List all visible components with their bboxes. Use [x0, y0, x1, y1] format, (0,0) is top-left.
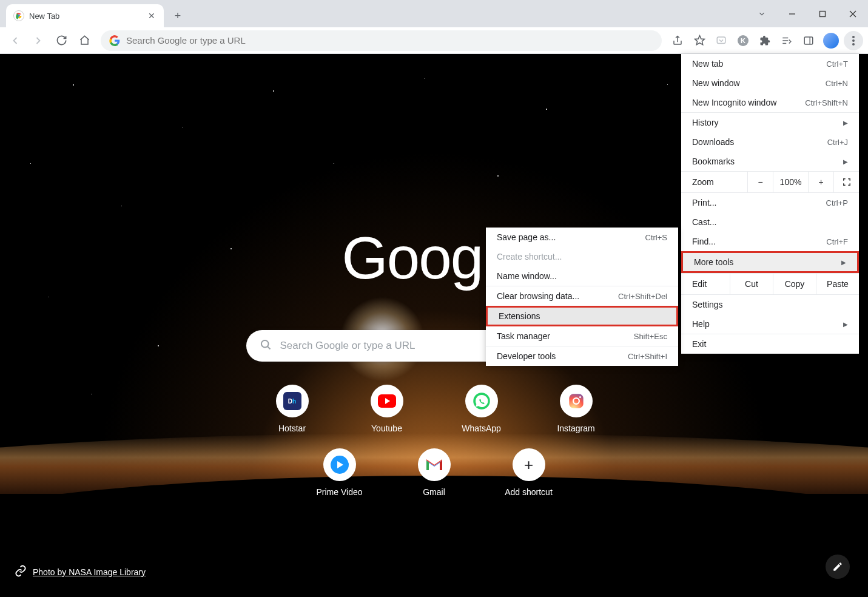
tab-title: New Tab: [29, 12, 142, 21]
window-close-icon[interactable]: [838, 3, 868, 24]
menu-print[interactable]: Print...Ctrl+P: [681, 193, 859, 212]
fullscreen-button[interactable]: [833, 171, 859, 193]
omnibox[interactable]: [101, 30, 662, 51]
svg-line-18: [267, 346, 270, 349]
attribution-text: Photo by NASA Image Library: [33, 567, 146, 577]
svg-marker-5: [695, 36, 704, 45]
menu-downloads[interactable]: DownloadsCtrl+J: [681, 132, 859, 152]
zoom-in-button[interactable]: +: [808, 171, 833, 193]
menu-edit-row: Edit Cut Copy Paste: [681, 273, 859, 295]
tab-search-icon[interactable]: [747, 3, 777, 24]
shortcut-instagram[interactable]: Instagram: [550, 385, 602, 433]
browser-tab[interactable]: New Tab ✕: [6, 4, 164, 27]
shortcut-primevideo[interactable]: Prime Video: [314, 448, 366, 497]
svg-point-16: [852, 43, 855, 46]
svg-rect-12: [804, 37, 813, 44]
submenu-name-window[interactable]: Name window...: [486, 266, 678, 286]
menu-more-tools[interactable]: More tools▶: [681, 251, 859, 273]
menu-cast[interactable]: Cast...: [681, 212, 859, 232]
titlebar: New Tab ✕ +: [0, 0, 868, 27]
chrome-favicon-icon: [13, 10, 24, 21]
zoom-value: 100%: [773, 171, 808, 193]
menu-zoom-row: Zoom − 100% +: [681, 171, 859, 193]
submenu-dev-tools[interactable]: Developer toolsCtrl+Shift+I: [486, 346, 678, 366]
share-icon[interactable]: [668, 31, 687, 50]
menu-cut[interactable]: Cut: [730, 273, 773, 295]
chrome-main-menu: New tabCtrl+T New windowCtrl+N New Incog…: [681, 54, 859, 354]
zoom-out-button[interactable]: −: [747, 171, 773, 193]
shortcut-gmail[interactable]: Gmail: [408, 448, 460, 497]
chevron-right-icon: ▶: [843, 120, 848, 126]
menu-bookmarks[interactable]: Bookmarks▶: [681, 152, 859, 171]
menu-paste[interactable]: Paste: [816, 273, 859, 295]
bookmark-star-icon[interactable]: [690, 31, 709, 50]
menu-history[interactable]: History▶: [681, 113, 859, 132]
home-button[interactable]: [74, 30, 95, 51]
svg-rect-6: [717, 37, 725, 44]
side-panel-icon[interactable]: [799, 31, 818, 50]
background-attribution[interactable]: Photo by NASA Image Library: [15, 565, 146, 579]
chevron-right-icon: ▶: [841, 259, 846, 266]
search-placeholder: Search Google or type a URL: [280, 340, 415, 352]
submenu-task-manager[interactable]: Task managerShift+Esc: [486, 326, 678, 346]
chrome-menu-button[interactable]: [844, 31, 863, 50]
link-icon: [15, 565, 27, 579]
menu-copy[interactable]: Copy: [773, 273, 816, 295]
shortcut-add[interactable]: +Add shortcut: [503, 448, 555, 497]
svg-point-24: [579, 396, 580, 398]
menu-help[interactable]: Help▶: [681, 314, 859, 334]
submenu-create-shortcut: Create shortcut...: [486, 247, 678, 266]
svg-rect-2: [820, 11, 826, 16]
toolbar: K: [0, 27, 868, 54]
shortcut-whatsapp[interactable]: WhatsApp: [456, 385, 508, 433]
svg-text:K: K: [741, 37, 745, 44]
customize-button[interactable]: [826, 555, 850, 579]
extensions-puzzle-icon[interactable]: [755, 31, 775, 50]
shortcut-youtube[interactable]: Youtube: [361, 385, 413, 433]
shortcuts-grid: DhHotstar Youtube WhatsApp Instagram Pri…: [246, 385, 622, 497]
svg-point-15: [852, 39, 855, 42]
new-tab-button[interactable]: +: [169, 7, 187, 25]
back-button[interactable]: [5, 30, 25, 51]
more-tools-submenu: Save page as...Ctrl+S Create shortcut...…: [486, 228, 678, 366]
svg-rect-22: [569, 394, 583, 408]
extension-k-icon[interactable]: K: [733, 31, 753, 50]
reload-button[interactable]: [51, 30, 72, 51]
omnibox-input[interactable]: [126, 35, 653, 46]
chevron-right-icon: ▶: [843, 321, 848, 328]
shortcut-hotstar[interactable]: DhHotstar: [266, 385, 318, 433]
reading-list-icon[interactable]: [777, 31, 796, 50]
submenu-save-page[interactable]: Save page as...Ctrl+S: [486, 228, 678, 247]
search-icon: [260, 339, 272, 353]
menu-find[interactable]: Find...Ctrl+F: [681, 232, 859, 251]
tab-close-icon[interactable]: ✕: [147, 11, 156, 21]
menu-exit[interactable]: Exit: [681, 334, 859, 354]
menu-new-window[interactable]: New windowCtrl+N: [681, 73, 859, 93]
window-controls: [747, 0, 868, 27]
window-minimize-icon[interactable]: [777, 3, 807, 24]
profile-avatar[interactable]: [823, 33, 839, 49]
extension-pocket-icon[interactable]: [712, 31, 731, 50]
forward-button[interactable]: [28, 30, 49, 51]
google-g-icon: [109, 35, 120, 46]
menu-settings[interactable]: Settings: [681, 295, 859, 314]
menu-incognito[interactable]: New Incognito windowCtrl+Shift+N: [681, 93, 859, 112]
chevron-right-icon: ▶: [843, 158, 848, 165]
svg-point-17: [261, 340, 268, 348]
submenu-clear-data[interactable]: Clear browsing data...Ctrl+Shift+Del: [486, 286, 678, 306]
svg-point-14: [852, 36, 855, 38]
submenu-extensions[interactable]: Extensions: [486, 306, 678, 326]
window-maximize-icon[interactable]: [807, 3, 838, 24]
menu-new-tab[interactable]: New tabCtrl+T: [681, 54, 859, 73]
